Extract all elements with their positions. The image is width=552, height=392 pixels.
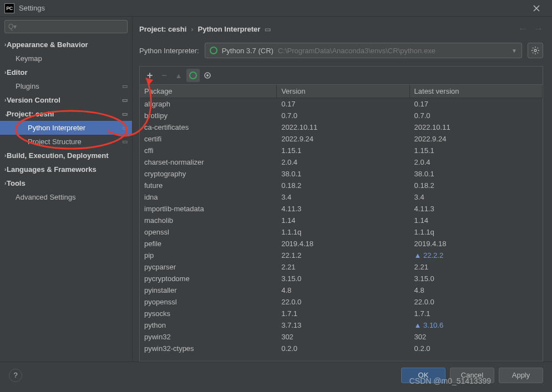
- cell-latest: 0.17: [409, 98, 542, 110]
- table-row[interactable]: pywin32-ctypes0.2.00.2.0: [140, 343, 543, 354]
- sidebar-item-advanced-settings[interactable]: Advanced Settings: [0, 190, 132, 204]
- table-row[interactable]: pefile2019.4.182019.4.18: [140, 238, 543, 250]
- sidebar-item-python-interpreter[interactable]: Python Interpreter▭: [0, 121, 132, 135]
- close-button[interactable]: [525, 0, 548, 17]
- content-pane: Project: ceshi › Python Interpreter ▭ ← …: [133, 17, 552, 362]
- cell-latest: 1.15.1: [409, 145, 542, 156]
- chevron-right-icon: ›: [4, 97, 6, 103]
- search-input[interactable]: [4, 20, 128, 33]
- breadcrumb-page: Python Interpreter: [198, 25, 261, 33]
- table-row[interactable]: ca-certificates2022.10.112022.10.11: [140, 121, 543, 133]
- cell-latest: 1.14: [409, 215, 542, 226]
- cell-package: pywin32-ctypes: [140, 343, 277, 354]
- cell-latest: 0.2.0: [409, 343, 542, 354]
- scope-icon: ▭: [122, 110, 128, 118]
- chevron-right-icon: ›: [4, 180, 6, 186]
- sidebar-item-tools[interactable]: ›Tools: [0, 176, 132, 190]
- cell-latest: 38.0.1: [409, 168, 542, 180]
- ok-button[interactable]: OK: [401, 368, 445, 383]
- table-row[interactable]: pycryptodome3.15.03.15.0: [140, 273, 543, 284]
- add-package-button[interactable]: +: [143, 69, 156, 82]
- package-table[interactable]: Package Version Latest version altgraph0…: [139, 84, 543, 362]
- table-row[interactable]: pip22.1.2▲ 22.2.2: [140, 250, 543, 261]
- sidebar-item-keymap[interactable]: Keymap: [0, 52, 132, 65]
- cell-latest: 4.8: [409, 284, 542, 296]
- table-row[interactable]: certifi2022.9.242022.9.24: [140, 133, 543, 145]
- col-version[interactable]: Version: [277, 85, 409, 98]
- interpreter-path: C:\ProgramData\Anaconda3\envs\CR\python.…: [278, 47, 435, 55]
- cell-latest: 2019.4.18: [409, 238, 542, 250]
- cell-version: 1.15.1: [277, 145, 409, 156]
- cell-package: macholib: [140, 215, 277, 226]
- cell-version: 2022.10.11: [277, 121, 409, 133]
- sidebar-item-editor[interactable]: ›Editor: [0, 65, 132, 79]
- cell-version: 3.4: [277, 191, 409, 203]
- help-button[interactable]: ?: [9, 369, 22, 382]
- cell-latest: 0.7.0: [409, 110, 542, 121]
- cell-package: pyinstaller: [140, 284, 277, 296]
- sidebar-item-build-execution-deployment[interactable]: ›Build, Execution, Deployment: [0, 149, 132, 162]
- cell-package: openssl: [140, 226, 277, 238]
- table-row[interactable]: cffi1.15.11.15.1: [140, 145, 543, 156]
- sidebar-item-project-ceshi[interactable]: ⌄Project: ceshi▭: [0, 107, 132, 121]
- table-row[interactable]: macholib1.141.14: [140, 215, 543, 226]
- chevron-right-icon: ›: [4, 69, 6, 75]
- sidebar-item-languages-frameworks[interactable]: ›Languages & Frameworks: [0, 162, 132, 176]
- svg-point-0: [534, 49, 536, 52]
- cell-version: 38.0.1: [277, 168, 409, 180]
- chevron-right-icon: ›: [191, 25, 193, 33]
- cell-package: future: [140, 180, 277, 191]
- sidebar-item-appearance-behavior[interactable]: ›Appearance & Behavior: [0, 38, 132, 52]
- table-row[interactable]: cryptography38.0.138.0.1: [140, 168, 543, 180]
- cell-latest: 3.15.0: [409, 273, 542, 284]
- interpreter-settings-button[interactable]: [528, 43, 543, 58]
- cell-latest: 1.1.1q: [409, 226, 542, 238]
- cancel-button[interactable]: Cancel: [450, 368, 494, 383]
- cell-latest: 4.11.3: [409, 203, 542, 215]
- table-row[interactable]: brotlipy0.7.00.7.0: [140, 110, 543, 121]
- cell-version: 302: [277, 331, 409, 343]
- chevron-down-icon: ▼: [512, 48, 517, 54]
- table-row[interactable]: importlib-metadata4.11.34.11.3: [140, 203, 543, 215]
- table-row[interactable]: pycparser2.212.21: [140, 261, 543, 273]
- cell-version: 0.7.0: [277, 110, 409, 121]
- sidebar-item-label: Keymap: [16, 54, 132, 63]
- svg-point-2: [206, 74, 209, 77]
- table-row[interactable]: pyinstaller4.84.8: [140, 284, 543, 296]
- table-row[interactable]: idna3.43.4: [140, 191, 543, 203]
- cell-package: pysocks: [140, 308, 277, 319]
- table-row[interactable]: charset-normalizer2.0.42.0.4: [140, 156, 543, 168]
- table-row[interactable]: future0.18.20.18.2: [140, 180, 543, 191]
- col-package[interactable]: Package: [140, 85, 277, 98]
- sidebar-item-version-control[interactable]: ›Version Control▭: [0, 93, 132, 107]
- nav-back-icon[interactable]: ←: [518, 23, 528, 35]
- cell-package: pycparser: [140, 261, 277, 273]
- table-row[interactable]: openssl1.1.1q1.1.1q: [140, 226, 543, 238]
- scope-icon: ▭: [122, 138, 128, 145]
- table-row[interactable]: python3.7.13▲ 3.10.6: [140, 319, 543, 331]
- cell-version: 1.1.1q: [277, 226, 409, 238]
- cell-package: certifi: [140, 133, 277, 145]
- table-row[interactable]: pysocks1.7.11.7.1: [140, 308, 543, 319]
- sidebar-item-label: Advanced Settings: [16, 193, 132, 201]
- sidebar-item-label: Version Control: [7, 96, 122, 104]
- cell-latest: 2022.9.24: [409, 133, 542, 145]
- sidebar-item-label: Tools: [7, 179, 132, 187]
- cell-package: pyopenssl: [140, 296, 277, 308]
- conda-button[interactable]: [186, 69, 200, 82]
- nav-forward-icon[interactable]: →: [533, 23, 543, 35]
- sidebar-item-label: Plugins: [16, 82, 122, 90]
- cell-package: pycryptodome: [140, 273, 277, 284]
- sidebar-item-plugins[interactable]: Plugins▭: [0, 79, 132, 93]
- cell-package: brotlipy: [140, 110, 277, 121]
- apply-button[interactable]: Apply: [499, 368, 543, 383]
- interpreter-dropdown[interactable]: Python 3.7 (CR) C:\ProgramData\Anaconda3…: [205, 43, 522, 58]
- sidebar-item-project-structure[interactable]: Project Structure▭: [0, 135, 132, 149]
- table-row[interactable]: pyopenssl22.0.022.0.0: [140, 296, 543, 308]
- col-latest[interactable]: Latest version: [409, 85, 542, 98]
- sidebar-item-label: Project Structure: [28, 138, 122, 146]
- scope-icon: ▭: [265, 26, 271, 33]
- early-release-button[interactable]: [201, 69, 214, 82]
- table-row[interactable]: pywin32302302: [140, 331, 543, 343]
- table-row[interactable]: altgraph0.170.17: [140, 98, 543, 110]
